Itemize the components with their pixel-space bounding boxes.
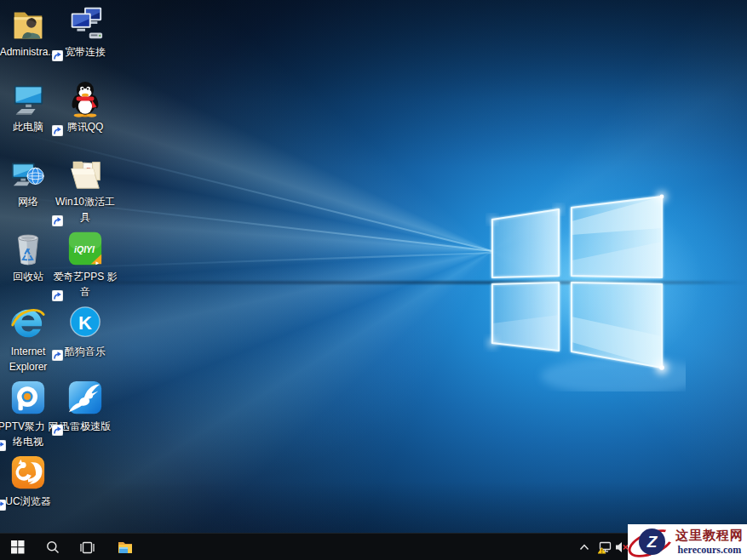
svg-text:iQIYI: iQIYI xyxy=(74,244,95,254)
icon-label: UC浏览器 xyxy=(0,494,60,509)
tray-show-hidden-icons-button[interactable] xyxy=(574,534,595,560)
windows-start-icon xyxy=(11,540,25,554)
icon-label: 网络 xyxy=(0,194,60,209)
desktop-icon-kugou-music[interactable]: K 酷狗音乐 xyxy=(53,305,118,359)
broadband-connection-icon xyxy=(66,5,105,43)
shortcut-arrow-icon xyxy=(52,49,63,60)
shortcut-arrow-icon xyxy=(52,124,63,135)
shortcut-arrow-icon xyxy=(0,499,6,510)
desktop-icon-tencent-qq[interactable]: 腾讯QQ xyxy=(53,80,118,134)
file-explorer-icon xyxy=(118,540,133,554)
thunder-bird-icon xyxy=(66,380,105,417)
user-folder-icon xyxy=(9,5,48,43)
open-folder-icon xyxy=(66,155,105,192)
this-pc-monitor-icon xyxy=(9,80,48,117)
search-button[interactable] xyxy=(39,534,66,560)
icon-label: 回收站 xyxy=(0,269,60,284)
shortcut-arrow-icon xyxy=(52,289,63,300)
chevron-up-icon xyxy=(579,544,589,551)
network-warning-icon: ! xyxy=(598,541,612,554)
desktop-icon-iqiyi-pps[interactable]: iQIYI 爱奇艺PPS 影音 xyxy=(53,230,118,300)
shortcut-arrow-icon xyxy=(52,214,63,226)
windows-desktop: Administra... 宽带连接 xyxy=(0,0,747,560)
watermark-logo: Z xyxy=(639,529,665,555)
svg-text:!: ! xyxy=(600,547,602,553)
qq-penguin-icon xyxy=(66,80,105,117)
svg-text:K: K xyxy=(78,312,92,334)
pptv-icon xyxy=(9,380,48,417)
desktop-icon-internet-explorer[interactable]: Internet Explorer xyxy=(0,305,60,374)
iqiyi-icon: iQIYI xyxy=(66,230,105,267)
shortcut-arrow-icon xyxy=(0,439,6,450)
desktop-icon-network[interactable]: 网络 xyxy=(0,155,60,209)
shortcut-arrow-icon xyxy=(52,349,63,360)
kugou-icon: K xyxy=(66,305,105,342)
recycle-bin-icon xyxy=(9,230,48,267)
search-icon xyxy=(46,540,60,554)
uc-browser-squirrel-icon xyxy=(9,454,48,492)
desktop-icon-xunlei-thunder[interactable]: 迅雷极速版 xyxy=(53,380,118,434)
desktop-icon-recycle-bin[interactable]: 回收站 xyxy=(0,230,60,284)
watermark-banner: Z 这里教程网 herecours.com xyxy=(628,524,747,560)
file-explorer-button[interactable] xyxy=(111,534,140,560)
shortcut-arrow-icon xyxy=(52,424,63,435)
internet-explorer-icon xyxy=(9,305,48,342)
volume-muted-icon xyxy=(615,541,629,553)
start-button[interactable] xyxy=(3,534,32,560)
task-view-button[interactable] xyxy=(73,534,101,560)
desktop-icon-uc-browser[interactable]: UC浏览器 xyxy=(0,454,60,509)
watermark-domain: herecours.com xyxy=(674,544,745,557)
task-view-icon xyxy=(80,541,95,554)
desktop-icon-broadband-connection[interactable]: 宽带连接 xyxy=(53,5,118,60)
desktop-icon-win10-activation-tool[interactable]: Win10激活工具 xyxy=(53,155,118,225)
watermark-title: 这里教程网 xyxy=(674,527,745,544)
network-globe-icon xyxy=(9,155,48,192)
desktop-icon-pptv[interactable]: PPTV聚力 网络电视 xyxy=(0,380,60,449)
windows-logo-icon xyxy=(473,179,686,391)
